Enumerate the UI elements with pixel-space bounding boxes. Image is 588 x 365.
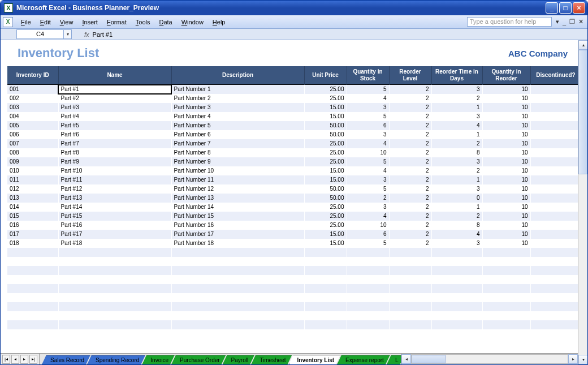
cell[interactable]: 25.00 — [304, 85, 347, 94]
cell[interactable]: 2 — [389, 239, 431, 248]
cell[interactable] — [304, 266, 347, 275]
cell[interactable]: 011 — [7, 175, 58, 184]
doc-minimize-button[interactable]: _ — [561, 19, 568, 25]
cell[interactable] — [304, 257, 347, 266]
cell[interactable]: 2 — [389, 103, 431, 112]
cell[interactable] — [7, 266, 58, 275]
cell[interactable] — [482, 275, 530, 284]
cell[interactable]: 6 — [347, 230, 389, 239]
cell[interactable]: 10 — [482, 157, 530, 166]
cell[interactable]: 10 — [482, 194, 530, 203]
cell[interactable]: 4 — [347, 166, 389, 175]
col-header[interactable]: Reorder Time in Days — [431, 66, 482, 85]
cell[interactable]: 2 — [389, 148, 431, 157]
cell[interactable]: Part Number 1 — [171, 85, 304, 94]
cell[interactable]: Part Number 11 — [171, 175, 304, 184]
cell[interactable]: 10 — [482, 139, 530, 148]
cell[interactable] — [7, 311, 58, 320]
cell[interactable]: 2 — [347, 194, 389, 203]
cell[interactable]: Part #2 — [58, 94, 171, 103]
table-row[interactable] — [7, 329, 578, 338]
cell[interactable]: 2 — [389, 194, 431, 203]
table-row[interactable]: 004Part #4Part Number 415.0052310 — [7, 112, 578, 121]
cell[interactable] — [304, 311, 347, 320]
cell[interactable]: 10 — [482, 130, 530, 139]
cell[interactable] — [431, 248, 482, 257]
cell[interactable]: Part #16 — [58, 221, 171, 230]
table-row[interactable]: 002Part #2Part Number 225.0042210 — [7, 94, 578, 103]
cell[interactable]: 10 — [347, 148, 389, 157]
cell[interactable]: 1 — [431, 130, 482, 139]
cell[interactable] — [530, 103, 578, 112]
menu-format[interactable]: Format — [102, 18, 131, 27]
cell[interactable]: 2 — [389, 157, 431, 166]
horizontal-scrollbar[interactable]: ◂ ▸ — [401, 354, 578, 364]
cell[interactable]: 10 — [482, 166, 530, 175]
cell[interactable] — [482, 302, 530, 311]
cell[interactable]: Part Number 5 — [171, 121, 304, 130]
cell[interactable] — [171, 257, 304, 266]
workbook-icon[interactable]: X — [3, 17, 13, 27]
table-row[interactable]: 010Part #10Part Number 1015.0042210 — [7, 166, 578, 175]
table-row[interactable] — [7, 248, 578, 257]
menu-help[interactable]: Help — [208, 18, 230, 27]
cell[interactable] — [530, 329, 578, 338]
cell[interactable] — [389, 275, 431, 284]
cell[interactable] — [530, 302, 578, 311]
cell[interactable] — [347, 293, 389, 302]
cell[interactable]: Part Number 14 — [171, 203, 304, 212]
scroll-up-icon[interactable]: ▴ — [578, 40, 588, 50]
cell[interactable]: 003 — [7, 103, 58, 112]
cell[interactable]: 3 — [347, 175, 389, 184]
cell[interactable]: Part #9 — [58, 157, 171, 166]
menu-insert[interactable]: Insert — [77, 18, 102, 27]
table-row[interactable] — [7, 311, 578, 320]
cell[interactable]: 014 — [7, 203, 58, 212]
table-row[interactable]: 001Part #1Part Number 125.0052310 — [7, 85, 578, 94]
cell[interactable]: 15.00 — [304, 103, 347, 112]
cell[interactable]: 2 — [389, 85, 431, 94]
cell[interactable] — [304, 293, 347, 302]
cell[interactable] — [58, 293, 171, 302]
cell[interactable]: 15.00 — [304, 112, 347, 121]
cell[interactable]: 5 — [347, 239, 389, 248]
cell[interactable]: 3 — [347, 103, 389, 112]
cell[interactable] — [58, 266, 171, 275]
cell[interactable]: 2 — [431, 212, 482, 221]
help-search-box[interactable]: Type a question for help — [467, 17, 552, 27]
cell[interactable]: 2 — [389, 94, 431, 103]
cell[interactable] — [389, 248, 431, 257]
cell[interactable]: Part #12 — [58, 184, 171, 194]
cell[interactable] — [482, 329, 530, 338]
scroll-right-icon[interactable]: ▸ — [568, 354, 578, 364]
cell[interactable]: 2 — [389, 203, 431, 212]
cell[interactable]: 10 — [482, 175, 530, 184]
cell[interactable]: 004 — [7, 112, 58, 121]
cell[interactable]: Part #11 — [58, 175, 171, 184]
cell[interactable]: 2 — [389, 121, 431, 130]
tab-last-icon[interactable]: ▸| — [29, 355, 37, 364]
table-row[interactable]: 011Part #11Part Number 1115.0032110 — [7, 175, 578, 184]
cell[interactable] — [530, 94, 578, 103]
tab-next-icon[interactable]: ▸ — [20, 355, 28, 364]
cell[interactable]: 10 — [482, 103, 530, 112]
cell[interactable] — [389, 320, 431, 329]
cell[interactable]: Part Number 7 — [171, 139, 304, 148]
cell[interactable] — [482, 320, 530, 329]
table-row[interactable] — [7, 284, 578, 293]
cell[interactable] — [530, 212, 578, 221]
col-header[interactable]: Quantity in Reorder — [482, 66, 530, 85]
cell[interactable]: Part Number 12 — [171, 184, 304, 194]
cell[interactable] — [171, 329, 304, 338]
table-row[interactable]: 015Part #15Part Number 1525.0042210 — [7, 212, 578, 221]
scroll-down-icon[interactable]: ▾ — [578, 355, 588, 364]
table-row[interactable] — [7, 257, 578, 266]
cell[interactable]: 016 — [7, 221, 58, 230]
cell[interactable] — [171, 266, 304, 275]
cell[interactable] — [7, 329, 58, 338]
cell[interactable] — [58, 248, 171, 257]
cell[interactable]: 25.00 — [304, 94, 347, 103]
cell[interactable]: 4 — [347, 212, 389, 221]
cell[interactable]: 10 — [482, 184, 530, 194]
cell[interactable] — [530, 239, 578, 248]
